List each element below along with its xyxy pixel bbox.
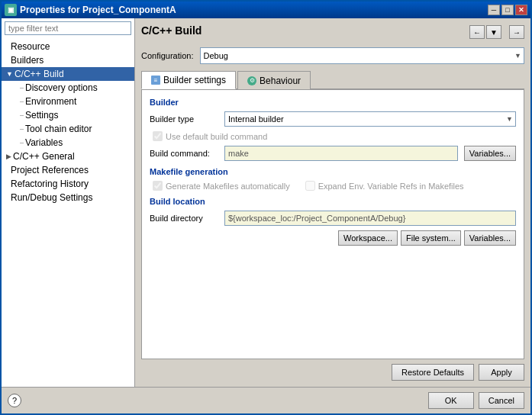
settings-label: Settings xyxy=(25,110,58,121)
tree-item-variables[interactable]: – Variables xyxy=(2,136,134,150)
right-panel: C/C++ Build ← ▼ → Configuration: Debug xyxy=(135,18,530,387)
expand-env-row: Expand Env. Variable Refs in Makefiles xyxy=(305,181,464,191)
build-location-section-title: Build location xyxy=(150,197,516,206)
use-default-build-command-label: Use default build command xyxy=(166,132,267,141)
refactoring-label: Refactoring History xyxy=(11,179,89,189)
makefile-row: Generate Makefiles automatically Expand … xyxy=(153,181,516,191)
makefile-section-title: Makefile generation xyxy=(150,167,516,176)
dash-icon-discovery: – xyxy=(20,84,24,92)
builder-settings-tab-icon: ≡ xyxy=(151,76,160,85)
builder-type-select-wrapper: Internal builder xyxy=(224,111,516,127)
config-select-wrapper: Debug xyxy=(200,47,525,64)
discovery-label: Discovery options xyxy=(25,82,98,93)
build-command-row: Build command: Variables... xyxy=(150,146,516,161)
bottom-bar: ? OK Cancel xyxy=(2,388,530,413)
behaviour-tab-icon: ⚙ xyxy=(247,76,256,85)
tree-item-discovery[interactable]: – Discovery options xyxy=(2,81,134,95)
generate-makefiles-label: Generate Makefiles automatically xyxy=(166,182,290,191)
tab-behaviour[interactable]: ⚙ Behaviour xyxy=(237,71,311,89)
resource-label: Resource xyxy=(11,41,50,52)
nav-dropdown-button[interactable]: ▼ xyxy=(486,25,501,39)
filter-input[interactable] xyxy=(5,21,131,35)
tree-item-cpp-build[interactable]: ▼ C/C++ Build xyxy=(2,67,134,81)
nav-area: ← ▼ → xyxy=(469,25,524,39)
left-panel: Resource Builders ▼ C/C++ Build – Discov… xyxy=(2,18,135,387)
use-default-build-command-checkbox[interactable] xyxy=(153,131,163,141)
cancel-button[interactable]: Cancel xyxy=(479,392,524,409)
build-command-label: Build command: xyxy=(150,149,218,158)
builder-type-select[interactable]: Internal builder xyxy=(224,111,516,127)
tab-builder-settings[interactable]: ≡ Builder settings xyxy=(141,71,236,89)
variables-button-2[interactable]: Variables... xyxy=(464,230,516,246)
main-window: ▣ Properties for Project_ComponentA ─ □ … xyxy=(0,0,532,415)
dash-icon-environment: – xyxy=(20,98,24,105)
dash-icon-settings: – xyxy=(20,111,24,119)
panel-title: C/C++ Build xyxy=(141,24,202,37)
cpp-build-label: C/C++ Build xyxy=(15,69,64,79)
dash-icon-toolchain: – xyxy=(20,125,24,133)
environment-label: Environment xyxy=(25,96,76,107)
build-location-buttons: Workspace... File system... Variables... xyxy=(150,230,516,246)
builder-type-row: Builder type Internal builder xyxy=(150,111,516,127)
expand-env-label: Expand Env. Variable Refs in Makefiles xyxy=(318,182,464,191)
config-row: Configuration: Debug xyxy=(141,47,524,64)
toolchain-label: Tool chain editor xyxy=(25,124,92,134)
maximize-button[interactable]: □ xyxy=(501,5,514,15)
builder-type-label: Builder type xyxy=(150,114,218,124)
variables-label: Variables xyxy=(25,137,63,148)
tree-item-toolchain[interactable]: – Tool chain editor xyxy=(2,122,134,136)
cpp-general-label: C/C++ General xyxy=(13,151,75,162)
dash-icon-variables: – xyxy=(20,139,24,146)
build-directory-label: Build directory xyxy=(150,214,218,223)
window-title: Properties for Project_ComponentA xyxy=(20,5,488,15)
build-directory-input[interactable] xyxy=(224,211,516,226)
expand-env-checkbox[interactable] xyxy=(305,181,315,191)
builders-label: Builders xyxy=(11,55,44,66)
variables-button-1[interactable]: Variables... xyxy=(464,146,516,161)
tree-item-refactoring[interactable]: Refactoring History xyxy=(2,177,134,191)
tree-item-project-refs[interactable]: Project References xyxy=(2,163,134,177)
nav-back-button[interactable]: ← xyxy=(469,25,485,39)
restore-apply-row: Restore Defaults Apply xyxy=(141,364,524,381)
file-system-button[interactable]: File system... xyxy=(401,230,461,246)
tree-item-environment[interactable]: – Environment xyxy=(2,95,134,108)
config-label: Configuration: xyxy=(141,51,194,60)
section-separator-build-location: Build location xyxy=(150,197,516,206)
tree-item-settings[interactable]: – Settings xyxy=(2,108,134,122)
section-separator-makefile: Makefile generation xyxy=(150,167,516,176)
tree-item-resource[interactable]: Resource xyxy=(2,40,134,53)
expand-icon-cpp-build: ▼ xyxy=(6,70,13,78)
ok-button[interactable]: OK xyxy=(428,392,474,409)
tree-view: Resource Builders ▼ C/C++ Build – Discov… xyxy=(2,38,134,387)
apply-button[interactable]: Apply xyxy=(479,364,524,381)
generate-makefiles-checkbox[interactable] xyxy=(153,181,163,191)
builder-section-title: Builder xyxy=(150,98,516,107)
tabs-container: ≡ Builder settings ⚙ Behaviour xyxy=(141,70,524,89)
minimize-button[interactable]: ─ xyxy=(488,5,500,15)
project-refs-label: Project References xyxy=(11,165,89,175)
settings-panel: Builder Builder type Internal builder Us… xyxy=(141,89,524,359)
tree-item-run-debug[interactable]: Run/Debug Settings xyxy=(2,191,134,204)
help-button[interactable]: ? xyxy=(8,394,21,407)
tree-item-builders[interactable]: Builders xyxy=(2,53,134,67)
tree-item-cpp-general[interactable]: ▶ C/C++ General xyxy=(2,150,134,163)
tab-behaviour-label: Behaviour xyxy=(260,76,301,86)
run-debug-label: Run/Debug Settings xyxy=(11,192,92,203)
tab-builder-settings-label: Builder settings xyxy=(163,75,226,85)
window-icon: ▣ xyxy=(5,4,17,16)
bottom-buttons: OK Cancel xyxy=(428,392,524,409)
title-bar-buttons: ─ □ ✕ xyxy=(488,5,527,15)
nav-forward-button[interactable]: → xyxy=(509,25,524,39)
generate-makefiles-row: Generate Makefiles automatically xyxy=(153,181,290,191)
content-area: Resource Builders ▼ C/C++ Build – Discov… xyxy=(2,18,530,387)
config-select[interactable]: Debug xyxy=(200,47,525,64)
right-panel-inner: C/C++ Build ← ▼ → Configuration: Debug xyxy=(141,24,524,359)
expand-icon-cpp-general: ▶ xyxy=(6,153,11,160)
close-button[interactable]: ✕ xyxy=(515,5,527,15)
title-bar: ▣ Properties for Project_ComponentA ─ □ … xyxy=(2,2,530,18)
restore-defaults-button[interactable]: Restore Defaults xyxy=(392,364,474,381)
use-default-build-command-row: Use default build command xyxy=(153,131,516,141)
build-directory-row: Build directory xyxy=(150,211,516,226)
workspace-button[interactable]: Workspace... xyxy=(338,230,398,246)
build-command-input[interactable] xyxy=(224,146,458,161)
